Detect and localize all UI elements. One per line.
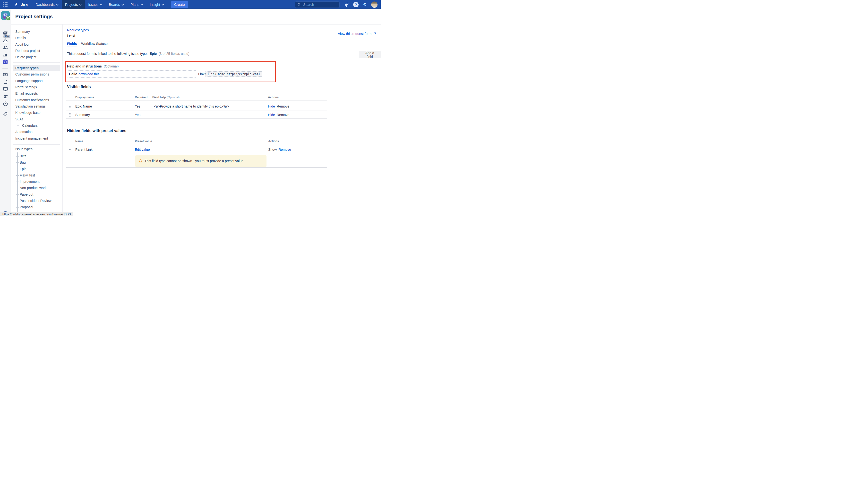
nav-item-dashboards[interactable]: Dashboards	[32, 0, 62, 9]
sidebar-item-portal-settings[interactable]: Portal settings	[13, 84, 60, 90]
sidebar-item-incident-management[interactable]: Incident management	[13, 135, 60, 142]
chevron-down-icon	[100, 3, 102, 5]
search-icon	[297, 3, 301, 6]
issue-type-bug[interactable]: Bug	[13, 159, 60, 166]
compass-discover-icon[interactable]	[0, 101, 11, 107]
tab-workflow-statuses[interactable]: Workflow Statuses	[81, 42, 109, 46]
sidebar-item-satisfaction-settings[interactable]: Satisfaction settings	[13, 103, 60, 109]
table-header-border	[66, 144, 327, 144]
drag-handle[interactable]	[69, 113, 71, 117]
jira-project-settings-page: Jira Dashboards Projects Issues Boards P…	[0, 0, 381, 216]
raise-request-card-icon[interactable]	[0, 72, 11, 77]
rail-divider	[2, 68, 8, 69]
external-link-icon	[373, 32, 377, 36]
sidebar-item-delete-project[interactable]: Delete project	[13, 54, 60, 60]
warning-message-box: This field type cannot be shown - you mu…	[135, 155, 267, 167]
issue-type-non-product-work[interactable]: Non-product work	[13, 185, 60, 191]
project-avatar[interactable]	[1, 11, 10, 20]
backlog-triangle-icon[interactable]	[0, 37, 11, 43]
sidebar-section-project: Summary Details Audit log Re-index proje…	[13, 28, 60, 61]
customers-people-icon[interactable]	[0, 45, 11, 50]
help-icon[interactable]: ?	[353, 2, 358, 7]
sidebar-issue-types-header: Issue types	[15, 147, 33, 151]
sidebar-item-summary[interactable]: Summary	[13, 28, 60, 35]
drag-handle[interactable]	[69, 104, 71, 108]
help-instructions-field[interactable]: Hello download this	[67, 70, 196, 78]
user-avatar[interactable]	[371, 1, 377, 8]
nav-item-boards[interactable]: Boards	[105, 0, 127, 9]
issue-type-papercut[interactable]: Papercut	[13, 191, 60, 198]
reports-chart-icon[interactable]	[0, 52, 11, 57]
sidebar-item-details[interactable]: Details	[13, 35, 60, 41]
sidebar-item-knowledge-base[interactable]: Knowledge base	[13, 109, 60, 116]
issue-type-epic[interactable]: Epic	[13, 166, 60, 172]
queues-icon[interactable]	[0, 30, 11, 36]
visible-fields-heading: Visible fields	[67, 85, 91, 89]
addon-app-icon[interactable]	[0, 59, 11, 65]
download-this-link[interactable]: download this	[79, 72, 99, 76]
field-display-name: Summary	[75, 113, 90, 117]
sidebar-item-reindex-project[interactable]: Re-index project	[13, 48, 60, 54]
nav-item-issues[interactable]: Issues	[85, 0, 105, 9]
remove-link[interactable]: Remove	[278, 148, 291, 151]
rail-divider	[2, 109, 8, 109]
nav-item-insight[interactable]: Insight	[146, 0, 167, 9]
remove-link[interactable]: Remove	[277, 113, 289, 117]
edit-value-link[interactable]: Edit value	[135, 148, 150, 151]
jira-logo[interactable]: Jira	[13, 2, 28, 7]
sidebar-item-customer-permissions[interactable]: Customer permissions	[13, 71, 60, 78]
nav-item-projects[interactable]: Projects	[62, 0, 85, 9]
field-help-text: <p>Provide a short name to identify this…	[154, 104, 229, 108]
sidebar-item-calendars[interactable]: Calendars	[13, 122, 60, 129]
hide-link[interactable]: Hide	[268, 113, 275, 117]
chevron-down-icon	[121, 3, 124, 5]
breadcrumb[interactable]: Request types	[67, 28, 89, 32]
document-page-icon[interactable]	[0, 79, 11, 84]
request-type-title: test	[67, 33, 76, 39]
table-header-border	[66, 100, 327, 101]
sidebar-item-request-types[interactable]: Request types	[13, 65, 60, 71]
sidebar-item-language-support[interactable]: Language support	[13, 78, 60, 84]
invite-person-icon[interactable]	[0, 94, 11, 99]
remove-link[interactable]: Remove	[277, 104, 289, 108]
global-search[interactable]	[295, 1, 339, 8]
announcements-megaphone-icon[interactable]	[344, 2, 349, 7]
search-input[interactable]	[303, 2, 330, 7]
issue-type-blitz[interactable]: Blitz	[13, 153, 60, 159]
tabs-underline	[67, 47, 377, 47]
nav-menu: Dashboards Projects Issues Boards Plans …	[32, 0, 167, 9]
project-icon-rail: 100	[0, 9, 11, 216]
help-instructions-label: Help and instructions (Optional)	[67, 64, 119, 68]
column-preset-value: Preset value	[135, 140, 152, 143]
issue-type-post-incident-review[interactable]: Post Incident Review	[13, 198, 60, 204]
sidebar-item-customer-notifications[interactable]: Customer notifications	[13, 97, 60, 103]
app-switcher-icon[interactable]	[3, 2, 8, 7]
top-navigation-bar: Jira Dashboards Projects Issues Boards P…	[0, 0, 381, 9]
sidebar-content-divider	[62, 24, 63, 216]
nav-item-plans[interactable]: Plans	[127, 0, 146, 9]
sidebar-item-audit-log[interactable]: Audit log	[13, 41, 60, 48]
create-button[interactable]: Create	[171, 1, 188, 8]
sidebar-divider	[13, 62, 60, 63]
active-tab-indicator	[67, 47, 77, 47]
sidebar-item-slas[interactable]: SLAs	[13, 116, 60, 122]
sidebar-divider	[13, 144, 60, 145]
link-icon[interactable]	[0, 111, 11, 117]
drag-handle[interactable]	[69, 147, 71, 151]
monitor-icon[interactable]	[0, 86, 11, 92]
nav-right-cluster: ? ⚙	[295, 1, 377, 8]
settings-gear-icon[interactable]: ⚙	[363, 2, 367, 7]
sidebar-item-email-requests[interactable]: Email requests	[13, 90, 60, 97]
hide-link[interactable]: Hide	[268, 104, 275, 108]
tab-fields[interactable]: Fields	[67, 42, 77, 46]
links-syntax-code[interactable]: [link name|http://example.com]	[206, 71, 262, 77]
issue-type-improvement[interactable]: Improvement	[13, 178, 60, 185]
add-field-button[interactable]: Add a field	[359, 51, 381, 58]
issue-type-flaky-test[interactable]: Flaky Test	[13, 172, 60, 178]
issue-type-proposal[interactable]: Proposal	[13, 204, 60, 210]
view-request-form-link[interactable]: View this request form	[338, 32, 377, 36]
chevron-down-icon	[141, 3, 143, 5]
field-required: Yes	[135, 113, 140, 117]
sidebar-item-automation[interactable]: Automation	[13, 129, 60, 135]
show-link[interactable]: Show	[268, 148, 277, 151]
